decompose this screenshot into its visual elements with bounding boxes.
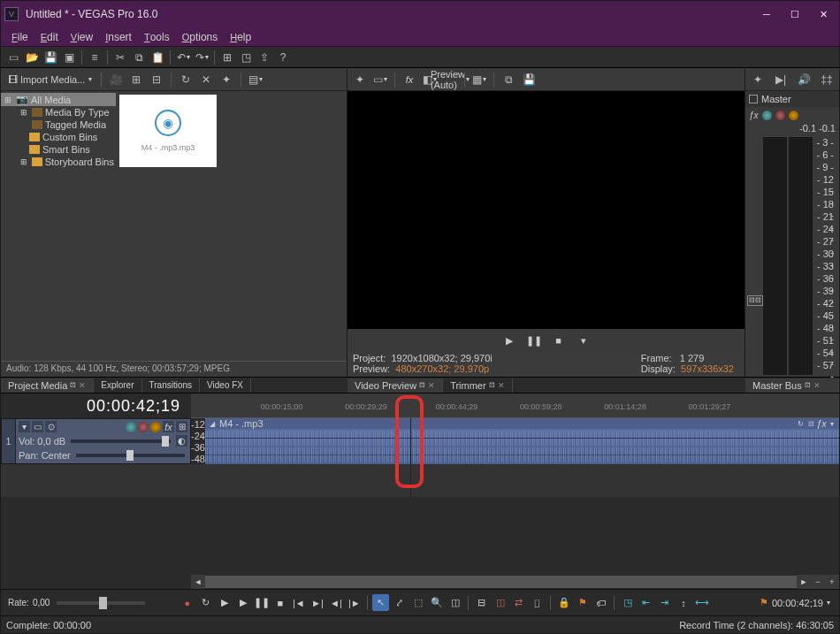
loop-button[interactable]: ↻: [197, 594, 214, 611]
clip-lock-icon[interactable]: ⊟: [806, 419, 815, 428]
minimize-button[interactable]: ─: [754, 4, 779, 24]
play-button[interactable]: ▶: [234, 594, 251, 611]
lock-envelopes[interactable]: 🔒: [555, 594, 572, 611]
phase-icon[interactable]: ◐: [176, 435, 187, 447]
menu-file[interactable]: File: [6, 29, 34, 45]
clip-menu-icon[interactable]: ▾: [828, 419, 836, 428]
auto-crossfade[interactable]: ⌷: [529, 594, 546, 611]
media-bins-tree[interactable]: ⊞📷All Media ⊞Media By Type Tagged Media …: [1, 91, 116, 361]
bin-all-media[interactable]: ⊞📷All Media: [1, 93, 116, 106]
bin-custom[interactable]: Custom Bins: [1, 131, 116, 143]
undo-button[interactable]: ↶▾: [174, 49, 192, 66]
tab-explorer[interactable]: Explorer: [94, 378, 141, 393]
master-mute-icon[interactable]: [749, 95, 758, 103]
menu-insert[interactable]: Insert: [100, 29, 137, 45]
bin-smart[interactable]: Smart Bins: [1, 143, 116, 156]
preview-settings-button[interactable]: ✦: [351, 71, 369, 88]
tab-transitions[interactable]: Transitions: [142, 378, 201, 393]
timecode-menu[interactable]: ▾: [827, 599, 830, 607]
marker-flag-icon[interactable]: ⚑: [760, 597, 768, 608]
auto-ripple[interactable]: ⇄: [510, 594, 527, 611]
scroll-thumb[interactable]: [205, 576, 797, 588]
paste-button[interactable]: 📋: [149, 49, 166, 66]
new-button[interactable]: ▭: [4, 49, 22, 66]
track-arm-icon[interactable]: [126, 422, 136, 432]
track-automation-icon[interactable]: ⊞: [176, 421, 187, 432]
master-dim-button[interactable]: 🔊: [795, 71, 813, 88]
media-item[interactable]: ◉ M4 - .mp3.mp3: [119, 95, 217, 167]
snap-toggle[interactable]: ⊟: [473, 594, 490, 611]
master-mute-btn[interactable]: [775, 111, 785, 120]
stop-button[interactable]: ■: [271, 594, 288, 611]
shuffle-tool[interactable]: ◫: [447, 594, 463, 611]
autosave-button[interactable]: ◳: [237, 49, 255, 66]
ignore-grouping[interactable]: ⚑: [574, 594, 591, 611]
master-insert-icon[interactable]: [762, 111, 772, 120]
maximize-button[interactable]: ☐: [783, 4, 807, 24]
scroll-right-button[interactable]: ►: [797, 575, 811, 589]
bin-storyboard[interactable]: ⊞Storyboard Bins: [1, 156, 116, 168]
nested-timeline[interactable]: ◳: [619, 594, 636, 611]
master-settings-button[interactable]: ✦: [749, 71, 767, 88]
track-record-icon[interactable]: ⊙: [45, 421, 57, 432]
master-downmix-button[interactable]: ‡‡: [818, 71, 836, 88]
bin-by-type[interactable]: ⊞Media By Type: [1, 106, 116, 118]
split-button[interactable]: ↕: [675, 594, 691, 611]
rate-slider[interactable]: [57, 601, 145, 605]
preview-more-button[interactable]: ▾: [574, 332, 593, 348]
scroll-left-button[interactable]: ◄: [191, 575, 205, 589]
media-refresh-button[interactable]: ↻: [177, 71, 195, 88]
menu-options[interactable]: Options: [177, 29, 224, 45]
quantize-toggle[interactable]: ◫: [492, 594, 508, 611]
next-frame-button[interactable]: |►: [346, 594, 363, 611]
cut-button[interactable]: ✂: [111, 49, 129, 66]
envelope-tool[interactable]: ⤤: [391, 594, 408, 611]
pause-button[interactable]: ❚❚: [253, 594, 270, 611]
preview-fx-button[interactable]: fx: [401, 71, 418, 88]
preview-stop-button[interactable]: ■: [549, 332, 569, 348]
track-maximize-icon[interactable]: ▭: [32, 421, 43, 432]
record-button[interactable]: ●: [179, 594, 195, 611]
import-media-button[interactable]: 🎞 Import Media... ▾: [4, 73, 95, 86]
audio-clip[interactable]: ◢ M4 - .mp3 ↻ ⊟ ƒx ▾: [205, 418, 839, 464]
help-button[interactable]: ?: [274, 49, 292, 66]
menu-edit[interactable]: Edit: [35, 29, 64, 45]
fx-icon[interactable]: ƒx: [749, 111, 759, 120]
preview-save-button[interactable]: 💾: [520, 71, 538, 88]
trim-end[interactable]: ⇥: [656, 594, 673, 611]
go-end-button[interactable]: ►|: [309, 594, 325, 611]
close-button[interactable]: ✕: [811, 4, 836, 24]
prev-frame-button[interactable]: ◄|: [327, 594, 344, 611]
preview-play-button[interactable]: ▶: [500, 332, 519, 348]
timeline-timecode[interactable]: 00:00:42;19: [87, 397, 180, 416]
preview-device-button[interactable]: ▭▾: [371, 71, 389, 88]
media-views-button[interactable]: ▤▾: [247, 71, 264, 88]
selection-tool[interactable]: ⬚: [409, 594, 426, 611]
redo-button[interactable]: ↷▾: [193, 49, 210, 66]
master-solo-btn[interactable]: [789, 111, 798, 120]
copy-button[interactable]: ⧉: [130, 49, 148, 66]
menu-view[interactable]: View: [65, 29, 98, 45]
zoom-tool[interactable]: 🔍: [428, 594, 445, 611]
preview-copy-button[interactable]: ⧉: [500, 71, 517, 88]
go-start-button[interactable]: |◄: [290, 594, 307, 611]
tab-project-media[interactable]: Project Media⊡✕: [1, 378, 94, 393]
channel-link-icon[interactable]: ⊟⊟: [747, 295, 763, 306]
trim-start[interactable]: ⇤: [638, 594, 654, 611]
clip-fade-icon[interactable]: ◢: [208, 419, 217, 428]
clip-loop-icon[interactable]: ↻: [796, 419, 805, 428]
menu-tools[interactable]: Tools: [139, 29, 175, 45]
video-preview[interactable]: [347, 91, 745, 329]
open-button[interactable]: 📂: [23, 49, 41, 66]
media-scan-button[interactable]: ⊞: [127, 71, 145, 88]
tab-trimmer[interactable]: Trimmer⊡✕: [443, 378, 513, 393]
master-prev-button[interactable]: ▶|: [772, 71, 790, 88]
transport-timecode[interactable]: 00:00:42;19: [772, 598, 823, 608]
media-capture-button[interactable]: 🎥: [107, 71, 125, 88]
normal-edit-tool[interactable]: ↖: [372, 594, 389, 611]
track-minimize-icon[interactable]: ▾: [19, 421, 30, 432]
clip-fx-label[interactable]: ƒx: [817, 419, 826, 428]
render-button[interactable]: ▣: [60, 49, 78, 66]
media-remove-button[interactable]: ✕: [197, 71, 215, 88]
menu-help[interactable]: Help: [225, 29, 256, 45]
